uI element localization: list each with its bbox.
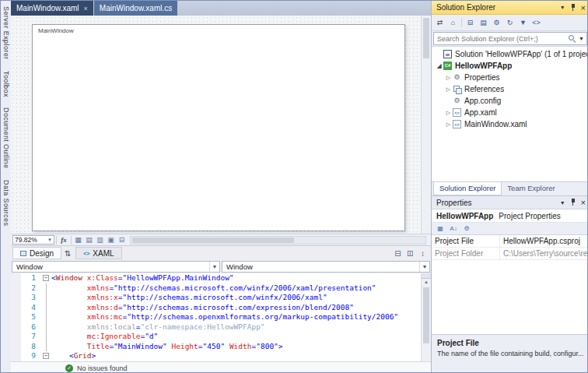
panel-title: Properties [436,199,472,207]
rail-tab-toolbox[interactable]: Toolbox [2,65,10,103]
swap-panes-button[interactable]: ⇅ [61,249,74,258]
titlebar-actions: ▼ × [560,199,586,206]
scrollbar-thumb[interactable] [423,18,429,58]
design-view-tab[interactable]: Design [12,247,61,259]
home-icon[interactable]: ⌂ [447,17,459,29]
disable-project-code-icon[interactable]: ⊟ [117,235,127,245]
editor-indicator-margin[interactable] [11,273,21,361]
snap-to-grid-icon[interactable]: ▤ [84,235,94,245]
code-line[interactable]: 5 xmlns:mc="http://schemas.openxmlformat… [11,312,431,322]
close-icon[interactable]: × [581,4,586,12]
chevron-down-icon[interactable]: ▼ [579,36,584,41]
solution-explorer-titlebar[interactable]: Solution Explorer ▼ × [432,1,588,15]
show-all-files-icon[interactable]: ▤ [478,17,489,29]
code-line[interactable]: 6 xmlns:local="clr-namespace:HellowWPFAp… [11,322,431,333]
doc-tab-mainwindow-xaml-cs[interactable]: MainWindow.xaml.cs [94,1,177,16]
code-line[interactable]: 4 xmlns:d="http://schemas.microsoft.com/… [11,303,431,313]
view-code-icon[interactable]: <> [530,17,542,29]
property-value[interactable]: C:\Users\Terry\source\rep [500,248,588,259]
expander-collapsed-icon[interactable]: ▷ [444,75,453,81]
code-token: "MainWindow" [114,342,167,350]
tree-item-references[interactable]: ▷References [432,83,588,95]
window-position-icon[interactable]: ▼ [560,5,565,10]
properties-pane: Properties ▼ × HellowWPFApp Project Prop… [432,195,588,373]
tab-solution-explorer[interactable]: Solution Explorer [433,182,502,195]
editor-health-bar[interactable]: ✓ No issues found [11,361,431,373]
scrollbar-thumb[interactable] [132,238,294,243]
close-tab-icon[interactable]: × [84,5,88,12]
properties-icon[interactable]: ⚙ [491,17,502,29]
code-line[interactable]: 7 mc:Ignorable="d" [11,332,431,342]
window-position-icon[interactable]: ▼ [560,200,565,206]
rail-tab-server-explorer[interactable]: Server Explorer [2,1,10,65]
collapse-region-icon[interactable]: − [43,275,49,281]
xaml-editor[interactable]: 1−<Window x:Class="HellowWPFApp.MainWind… [11,273,431,361]
scroll-up-icon[interactable]: ▲ [422,279,431,286]
pending-filter-icon[interactable]: ▼ [517,17,529,29]
expand-pane-icon[interactable]: ↕ [418,248,428,259]
tree-item-app-config[interactable]: ⚙App.config [432,95,588,107]
right-tool-panel: Solution Explorer ▼ × ⇄⌂⊟▤⚙↻▼<> ▼ Soluti… [431,1,588,373]
search-input[interactable] [434,35,569,43]
designer-horizontal-scrollbar[interactable] [130,236,426,245]
designer-vertical-scrollbar[interactable] [421,16,431,234]
tree-item-solution-hellowwpfapp-1-of-1-project[interactable]: Solution 'HellowWPFApp' (1 of 1 project) [432,48,588,60]
pin-icon[interactable] [570,199,576,206]
collapse-all-icon[interactable]: ⊟ [464,17,476,29]
right-element-combo[interactable]: Window ▼ [222,261,430,273]
snap-to-snaplines-icon[interactable]: ▥ [95,235,105,245]
property-value[interactable]: HellowWPFApp.csproj [500,235,588,247]
refresh-icon[interactable]: ↻ [504,17,516,29]
sync-with-active-document-icon[interactable]: ⇄ [434,17,446,29]
code-line[interactable]: 2 xmlns="http://schemas.microsoft.com/wi… [11,283,431,294]
search-icon[interactable] [569,35,576,43]
properties-titlebar[interactable]: Properties ▼ × [432,195,588,209]
split-vertical-icon[interactable]: ⊟ [405,248,415,259]
tree-item-mainwindow-xaml[interactable]: ▷<>MainWindow.xaml [432,118,588,130]
rail-tab-data-sources[interactable]: Data Sources [2,174,10,231]
expander-collapsed-icon[interactable]: ▷ [444,86,453,93]
code-line[interactable]: 1−<Window x:Class="HellowWPFApp.MainWind… [11,273,431,283]
tree-item-properties[interactable]: ▷⚙Properties [432,72,588,83]
expander-expanded-icon[interactable]: ◢ [435,62,443,69]
editor-vertical-scrollbar[interactable]: ▲ [421,273,431,361]
split-horizontal-icon[interactable]: ⊟ [393,248,403,259]
code-line[interactable]: 8 Title="MainWindow" Height="450" Width=… [11,342,431,352]
doc-tab-mainwindow-xaml[interactable]: MainWindow.xaml× [11,1,93,16]
xaml-icon: <> [453,108,461,117]
close-icon[interactable]: × [581,199,586,206]
alphabetical-icon[interactable]: A↓ [448,223,459,234]
fold-margin[interactable]: − [41,351,51,361]
code-line[interactable]: 3 xmlns:x="http://schemas.microsoft.com/… [11,293,431,303]
tab-team-explorer[interactable]: Team Explorer [502,182,560,195]
categorized-icon[interactable]: ▦ [435,223,446,234]
property-row-project-file[interactable]: Project FileHellowWPFApp.csproj [432,235,588,248]
rail-tab-document-outline[interactable]: Document Outline [2,102,10,174]
fold-margin[interactable]: − [41,273,51,283]
tree-item-label: App.config [464,97,501,105]
editor-split-grip[interactable] [422,273,431,279]
property-description: Project File The name of the file contai… [432,334,588,373]
pin-icon[interactable] [570,4,576,12]
tree-item-app-xaml[interactable]: ▷<>App.xaml [432,107,588,118]
expander-collapsed-icon[interactable]: ▷ [444,121,453,128]
property-pages-icon[interactable]: ⚙ [461,223,472,234]
wpf-design-surface[interactable]: MainWindow 79.82% ▼ fx ▦▤▥▣⊟ [11,16,431,246]
show-annotations-icon[interactable]: ▣ [106,235,116,245]
tree-item-hellowwpfapp[interactable]: ◢C#HellowWPFApp [432,60,588,72]
solution-search-area: ▼ [432,31,588,46]
code-text: xmlns:mc="http://schemas.openxmlformats.… [51,312,398,322]
scrollbar-thumb[interactable] [423,287,429,343]
collapse-region-icon[interactable]: − [43,353,49,359]
show-snap-grid-icon[interactable]: ▦ [73,235,83,245]
code-line[interactable]: 9− <Grid> [11,351,431,361]
property-row-project-folder[interactable]: Project FolderC:\Users\Terry\source\rep [432,248,588,260]
effects-toggle-button[interactable]: fx [58,235,69,245]
selected-object-row[interactable]: HellowWPFApp Project Properties [432,209,588,223]
expander-collapsed-icon[interactable]: ▷ [444,110,453,116]
zoom-combo[interactable]: 79.82% ▼ [12,235,54,245]
search-box[interactable]: ▼ [433,32,587,45]
left-element-combo[interactable]: Window ▼ [12,261,220,273]
design-artboard[interactable]: MainWindow [32,24,405,231]
xaml-view-tab[interactable]: <> XAML [75,247,121,259]
